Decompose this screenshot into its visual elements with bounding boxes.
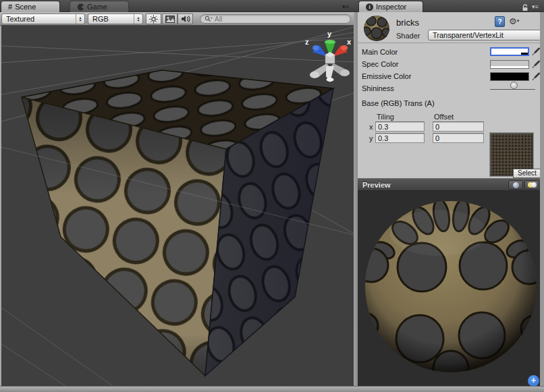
main-color-label: Main Color [362, 48, 398, 56]
add-button[interactable]: + [528, 375, 539, 386]
slider-track [490, 89, 535, 90]
shader-value: Transparent/VertexLit [433, 31, 504, 39]
tiling-column-label: Tiling [377, 113, 394, 121]
eyedropper-icon[interactable] [531, 47, 541, 56]
preview-header[interactable]: Preview [358, 178, 540, 191]
main-color-swatch[interactable] [490, 47, 529, 56]
inspector-info-icon: i [366, 3, 373, 11]
eyedropper-icon[interactable] [531, 72, 541, 81]
row-x-label: x [369, 123, 373, 131]
sphere-icon [513, 182, 519, 188]
audio-toggle-button[interactable] [178, 13, 193, 24]
render-mode-value: Textured [6, 15, 34, 23]
offset-y-input[interactable] [433, 133, 484, 143]
preview-pane[interactable]: + [358, 191, 540, 386]
offset-x-input[interactable] [433, 121, 484, 132]
row-y-label: y [369, 134, 373, 142]
tab-game-label: Game [87, 3, 107, 11]
window-right-edge [540, 12, 544, 386]
search-input[interactable] [215, 16, 329, 23]
gizmo-x-label: x [347, 38, 352, 46]
shader-dropdown[interactable]: Transparent/VertexLit ▼ [428, 30, 544, 40]
offset-column-label: Offset [434, 113, 454, 121]
scene-toolbar: Textured ▲▼ RGB ▲▼ [0, 12, 354, 26]
preview-mesh-button[interactable] [508, 180, 523, 190]
material-name: bricks [396, 18, 419, 28]
eyedropper-icon[interactable] [531, 59, 541, 69]
emissive-color-swatch[interactable] [490, 72, 529, 81]
tab-inspector[interactable]: i Inspector [358, 1, 423, 12]
material-preview-sphere[interactable] [358, 191, 540, 386]
tab-scene-label: Scene [15, 3, 36, 11]
dropdown-stepper-icon: ▲▼ [76, 14, 84, 24]
alpha-strip [491, 53, 528, 55]
alpha-strip [491, 78, 528, 80]
sun-icon [149, 15, 158, 24]
preview-lighting-button[interactable] [524, 180, 539, 190]
help-icon[interactable]: ? [495, 16, 505, 27]
tiling-x-input[interactable] [375, 121, 425, 132]
tiling-y-input[interactable] [375, 133, 425, 143]
dropdown-stepper-icon: ▲▼ [134, 14, 142, 24]
unity-editor-window: # Scene Game ▾≡ i Inspector ▾≡ Textured … [0, 0, 544, 392]
shininess-slider[interactable] [358, 85, 540, 94]
inspector-panel: bricks Shader Transparent/VertexLit ▼ ? … [358, 12, 540, 178]
color-mode-dropdown[interactable]: RGB ▲▼ [88, 13, 143, 24]
material-header: bricks Shader Transparent/VertexLit ▼ ? … [358, 12, 540, 43]
scene-viewport[interactable]: y x z [0, 26, 354, 386]
gear-icon[interactable]: ⚙ [509, 16, 519, 26]
slider-thumb[interactable] [510, 82, 518, 89]
color-mode-value: RGB [92, 15, 109, 23]
image-icon [165, 16, 175, 23]
speaker-icon [181, 15, 190, 23]
light-off-icon [531, 182, 537, 188]
shader-label: Shader [396, 32, 420, 40]
emissive-color-label: Emissive Color [362, 72, 411, 80]
window-bottom-edge [0, 386, 544, 392]
scene-search-field[interactable] [200, 14, 351, 24]
select-texture-button[interactable]: Select [513, 169, 541, 178]
material-properties: Main Color Spec Color Emissive Color [358, 44, 540, 178]
base-texture-label: Base (RGB) Trans (A) [362, 99, 435, 107]
tab-bar: # Scene Game ▾≡ i Inspector ▾≡ [0, 0, 544, 12]
skybox-toggle-button[interactable] [162, 13, 178, 24]
render-mode-dropdown[interactable]: Textured ▲▼ [1, 13, 85, 24]
tab-inspector-label: Inspector [376, 3, 406, 11]
search-icon [205, 16, 213, 22]
alpha-strip [491, 66, 528, 68]
material-ball-icon [362, 14, 391, 43]
game-icon [77, 3, 84, 11]
spec-color-label: Spec Color [362, 60, 398, 68]
tab-game[interactable]: Game [70, 1, 129, 12]
panel-divider[interactable] [354, 12, 358, 386]
gizmo-y-label: y [327, 30, 332, 38]
inspector-panel-menu-icon[interactable]: ▾≡ [532, 4, 539, 10]
lock-icon[interactable] [521, 4, 529, 11]
spec-color-swatch[interactable] [490, 60, 529, 69]
gizmo-z-label: z [305, 38, 309, 46]
scene-render: y x z [1, 26, 354, 386]
preview-title: Preview [362, 181, 391, 189]
scene-grid-icon: # [8, 3, 12, 11]
tab-scene[interactable]: # Scene [1, 1, 60, 12]
lighting-toggle-button[interactable] [146, 13, 161, 24]
scene-panel-menu-icon[interactable]: ▾≡ [342, 4, 349, 10]
